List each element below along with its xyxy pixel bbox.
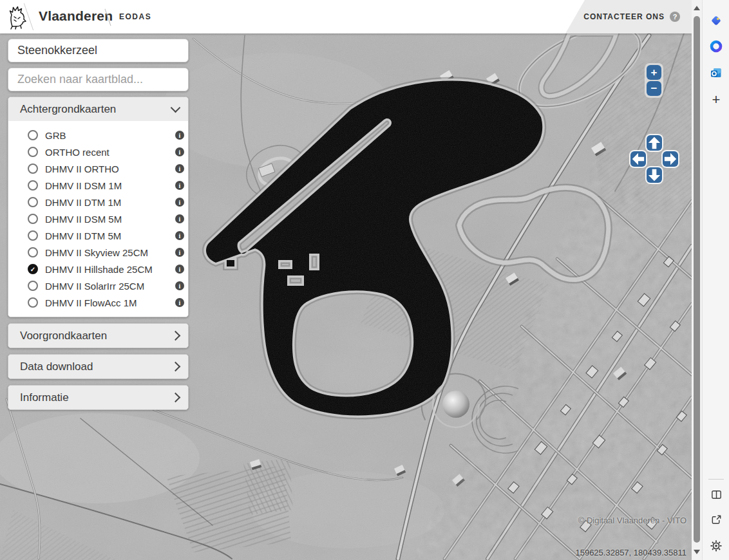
radio-icon[interactable] xyxy=(28,281,38,291)
zoom-control: + − xyxy=(645,63,663,98)
layer-option-ortho-recent[interactable]: ORTHO recenti xyxy=(8,144,188,160)
arrow-up-icon xyxy=(648,136,661,149)
layer-option-dhmv-ii-flowacc-1m[interactable]: DHMV II FlowAcc 1Mi xyxy=(8,294,188,311)
layer-label: DHMV II FlowAcc 1M xyxy=(45,297,175,308)
info-icon[interactable]: i xyxy=(175,231,184,240)
eodas-app: Vlaanderen EODAS CONTACTEER ONS ? xyxy=(0,0,729,560)
info-icon[interactable]: i xyxy=(175,298,184,307)
layer-label: ORTHO recent xyxy=(45,147,175,158)
arrow-down-icon xyxy=(648,169,661,182)
scroll-up-icon[interactable] xyxy=(694,6,700,10)
layer-option-dhmv-ii-solarirr-25cm[interactable]: DHMV II SolarIrr 25CMi xyxy=(8,277,188,294)
layer-label: DHMV II SolarIrr 25CM xyxy=(45,281,175,292)
layer-label: DHMV II DTM 5M xyxy=(45,230,175,241)
layer-option-dhmv-ii-dtm-5m[interactable]: DHMV II DTM 5Mi xyxy=(8,227,188,244)
flanders-lion-logo[interactable] xyxy=(6,4,27,30)
section-panel-informatie: Informatie xyxy=(8,385,189,410)
open-external-icon[interactable] xyxy=(707,510,725,528)
chevron-down-icon xyxy=(171,103,181,113)
background-maps-panel: Achtergrondkaarten GRBiORTHO recentiDHMV… xyxy=(8,97,189,317)
radio-icon[interactable] xyxy=(28,197,38,207)
mapsheet-search-input[interactable] xyxy=(8,68,189,91)
layer-label: GRB xyxy=(45,130,175,141)
accordion-voorgrondkaarten[interactable]: Voorgrondkaarten xyxy=(8,324,188,348)
outlook-icon[interactable] xyxy=(707,64,725,82)
layer-option-dhmv-ii-ortho[interactable]: DHMV II ORTHOi xyxy=(8,160,188,177)
arrow-left-icon xyxy=(632,153,645,165)
accordion-informatie[interactable]: Informatie xyxy=(8,386,188,409)
pan-up-button[interactable] xyxy=(647,135,662,151)
copilot-icon[interactable] xyxy=(707,37,725,55)
page-scrollbar[interactable] xyxy=(692,0,702,560)
contact-link[interactable]: CONTACTEER ONS xyxy=(583,12,665,21)
mouse-coordinates: 159625.32857, 180439.35811 xyxy=(575,548,686,557)
accordion-label: Voorgrondkaarten xyxy=(20,330,107,342)
radio-icon[interactable] xyxy=(28,147,38,157)
accordion-data-download[interactable]: Data download xyxy=(8,355,188,378)
info-icon[interactable]: i xyxy=(175,147,184,156)
layer-label: DHMV II Skyview 25CM xyxy=(45,247,175,258)
accordion-label: Data download xyxy=(20,360,93,373)
pan-down-button[interactable] xyxy=(647,167,662,183)
radio-icon[interactable] xyxy=(28,247,38,257)
chevron-right-icon xyxy=(171,362,181,372)
radio-icon[interactable] xyxy=(28,297,38,308)
layer-option-dhmv-ii-skyview-25cm[interactable]: DHMV II Skyview 25CMi xyxy=(8,244,188,261)
accordion-label: Achtergrondkaarten xyxy=(20,103,116,116)
radio-icon[interactable] xyxy=(28,230,38,241)
location-search-input[interactable] xyxy=(8,39,189,62)
shopping-tag-icon[interactable] xyxy=(707,12,725,30)
app-header: Vlaanderen EODAS CONTACTEER ONS ? xyxy=(0,0,692,33)
info-icon[interactable]: i xyxy=(175,198,184,207)
radio-icon[interactable] xyxy=(28,180,38,191)
layer-label: DHMV II DSM 5M xyxy=(45,214,175,225)
add-icon[interactable]: + xyxy=(707,91,725,109)
section-panel-data-download: Data download xyxy=(8,354,189,379)
info-icon[interactable]: i xyxy=(175,265,184,274)
layer-option-grb[interactable]: GRBi xyxy=(8,127,188,144)
accordion-label: Informatie xyxy=(20,391,69,404)
help-icon[interactable]: ? xyxy=(670,12,680,22)
pan-left-button[interactable] xyxy=(630,151,646,167)
flanders-lion-icon xyxy=(6,4,27,30)
info-icon[interactable]: i xyxy=(175,164,184,173)
chevron-right-icon xyxy=(171,393,181,403)
layer-option-dhmv-ii-hillshade-25cm[interactable]: ✓DHMV II Hillshade 25CMi xyxy=(8,261,188,277)
chevron-right-icon xyxy=(171,331,181,341)
collapsed-sections: VoorgrondkaartenData downloadInformatie xyxy=(8,323,189,410)
contact-area: CONTACTEER ONS ? xyxy=(565,0,692,33)
map-canvas[interactable]: + − © Digitaal Vlaanderen - VITO 159625.… xyxy=(0,33,692,560)
layer-label: DHMV II DSM 1M xyxy=(45,180,175,191)
app-name-eodas[interactable]: EODAS xyxy=(119,12,151,21)
zoom-out-button[interactable]: − xyxy=(647,81,661,96)
layer-option-dhmv-ii-dsm-5m[interactable]: DHMV II DSM 5Mi xyxy=(8,210,188,227)
section-panel-voorgrondkaarten: Voorgrondkaarten xyxy=(8,323,189,348)
accordion-achtergrondkaarten[interactable]: Achtergrondkaarten xyxy=(8,97,188,121)
radio-icon[interactable] xyxy=(28,130,38,140)
radio-selected-icon[interactable]: ✓ xyxy=(28,264,38,274)
scroll-down-icon[interactable] xyxy=(694,550,700,554)
layer-label: DHMV II DTM 1M xyxy=(45,197,175,208)
scrollbar-thumb[interactable] xyxy=(694,16,700,543)
layer-list: GRBiORTHO recentiDHMV II ORTHOiDHMV II D… xyxy=(8,121,188,317)
radio-icon[interactable] xyxy=(28,214,38,224)
brand-vlaanderen[interactable]: Vlaanderen xyxy=(39,8,113,24)
layer-label: DHMV II Hillshade 25CM xyxy=(45,264,175,275)
info-icon[interactable]: i xyxy=(175,131,184,140)
sidebar-divider xyxy=(708,479,724,480)
split-screen-icon[interactable] xyxy=(707,485,725,503)
zoom-in-button[interactable]: + xyxy=(647,65,661,80)
browser-sidebar: + xyxy=(702,0,729,560)
info-icon[interactable]: i xyxy=(175,181,184,190)
layer-option-dhmv-ii-dsm-1m[interactable]: DHMV II DSM 1Mi xyxy=(8,177,188,194)
info-icon[interactable]: i xyxy=(175,281,184,290)
settings-gear-icon[interactable] xyxy=(707,537,725,555)
pan-right-button[interactable] xyxy=(663,151,678,167)
info-icon[interactable]: i xyxy=(175,214,184,223)
layer-option-dhmv-ii-dtm-1m[interactable]: DHMV II DTM 1Mi xyxy=(8,194,188,210)
arrow-right-icon xyxy=(664,153,677,165)
radio-icon[interactable] xyxy=(28,163,38,174)
map-attribution: © Digitaal Vlaanderen - VITO xyxy=(578,516,686,525)
info-icon[interactable]: i xyxy=(175,248,184,257)
layer-sidebar: Achtergrondkaarten GRBiORTHO recentiDHMV… xyxy=(8,39,189,416)
